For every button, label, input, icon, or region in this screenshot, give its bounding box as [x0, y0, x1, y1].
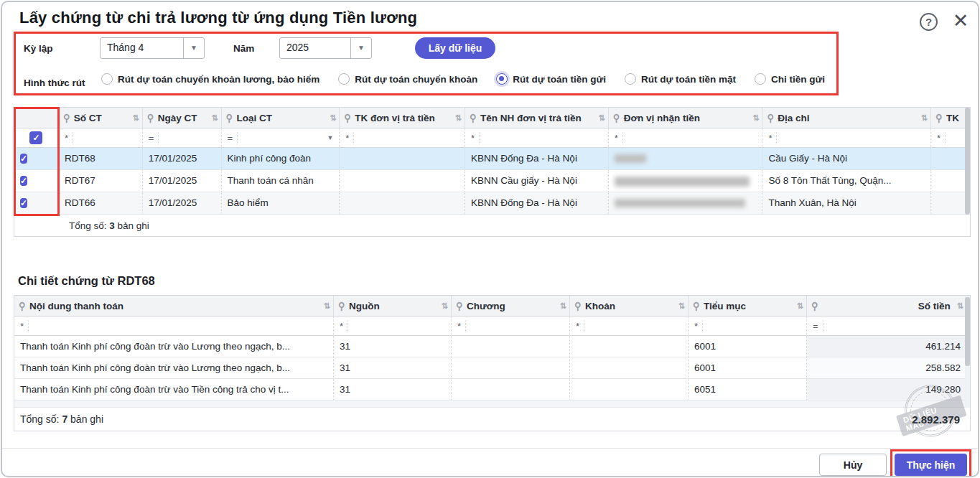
- filter-area: Kỳ lập Tháng 4 ▼ Năm 2025 ▼ Lấy dữ liệu …: [14, 32, 839, 95]
- row-checkbox[interactable]: ✓: [20, 154, 27, 164]
- withdraw-type-radios: Rút dự toán chuyển khoản lương, bảo hiểm…: [101, 73, 825, 85]
- col-noi-dung[interactable]: ⚲Nội dung thanh toán⇅: [14, 296, 334, 316]
- pin-icon[interactable]: ⚲: [935, 112, 943, 123]
- cancel-button[interactable]: Hủy: [819, 454, 887, 476]
- filter-tieu-muc-input[interactable]: [703, 317, 806, 335]
- col-chuong[interactable]: ⚲Chương⇅: [452, 296, 570, 316]
- sort-icon[interactable]: ⇅: [599, 113, 605, 123]
- sort-icon[interactable]: ⇅: [133, 113, 139, 123]
- sort-icon[interactable]: ⇅: [752, 113, 759, 123]
- radio-rut-du-toan-tien-mat[interactable]: Rút dự toán tiền mặt: [625, 73, 736, 85]
- close-icon[interactable]: ✕: [950, 10, 971, 32]
- sort-icon[interactable]: ⇅: [211, 113, 218, 123]
- row-checkbox[interactable]: ✓: [20, 198, 27, 208]
- record-count: 7: [62, 413, 67, 425]
- filter-khoan-input[interactable]: [584, 317, 688, 335]
- radio-selected-icon[interactable]: [496, 73, 508, 85]
- chevron-down-icon[interactable]: ▼: [327, 134, 339, 141]
- pin-icon[interactable]: ⚲: [693, 300, 700, 311]
- table-row[interactable]: ✓ RDT68 17/01/2025 Kinh phí công đoàn KB…: [14, 148, 970, 170]
- pin-icon[interactable]: ⚲: [338, 300, 345, 311]
- sort-icon[interactable]: ⇅: [797, 301, 803, 311]
- detail-table-filter-row: * * * * * =: [14, 317, 970, 336]
- radio-rut-du-toan-ck-luong-bao-hiem[interactable]: Rút dự toán chuyển khoản lương, bảo hiểm: [101, 73, 319, 85]
- radio-rut-du-toan-tien-gui[interactable]: Rút dự toán tiền gửi: [496, 73, 606, 85]
- help-icon[interactable]: ?: [920, 13, 938, 31]
- col-khoan[interactable]: ⚲Khoản⇅: [570, 296, 689, 316]
- chevron-down-icon[interactable]: ▼: [350, 38, 371, 58]
- filter-nguon-input[interactable]: [348, 317, 451, 335]
- radio-icon[interactable]: [101, 73, 113, 85]
- sort-icon[interactable]: ⇅: [455, 113, 462, 123]
- pin-icon[interactable]: ⚲: [226, 112, 233, 123]
- scrollbar-thumb[interactable]: [965, 108, 970, 215]
- sort-icon[interactable]: ⇅: [330, 113, 336, 123]
- select-all-checkbox-cell: ✓: [14, 128, 59, 147]
- col-dia-chi[interactable]: ⚲Địa chỉ⇅: [762, 108, 931, 128]
- col-nguon[interactable]: ⚲Nguồn⇅: [334, 296, 452, 316]
- radio-icon[interactable]: [625, 73, 636, 85]
- detail-table: ⚲Nội dung thanh toán⇅ ⚲Nguồn⇅ ⚲Chương⇅ ⚲…: [14, 295, 971, 431]
- filter-noi-dung-input[interactable]: [29, 317, 333, 335]
- documents-table-header: ⚲Số CT⇅ ⚲Ngày CT⇅ ⚲Loại CT⇅ ⚲TK đơn vị t…: [14, 108, 970, 128]
- redacted-cell: [609, 170, 763, 192]
- select-all-checkbox[interactable]: ✓: [29, 131, 42, 144]
- radio-chi-tien-gui[interactable]: Chi tiền gửi: [755, 73, 825, 85]
- pin-icon[interactable]: ⚲: [344, 112, 351, 123]
- col-so-tien[interactable]: ⚲Số tiền⇅: [807, 296, 966, 316]
- year-dropdown[interactable]: 2025 ▼: [279, 37, 372, 59]
- filter-so-tien-input[interactable]: [823, 317, 966, 335]
- year-label: Năm: [233, 43, 254, 54]
- col-ten-nh-don-vi-tra-tien[interactable]: ⚲Tên NH đơn vị trả tiền⇅: [465, 108, 609, 128]
- redacted-cell: [609, 192, 763, 214]
- sort-icon[interactable]: ⇅: [678, 301, 685, 311]
- col-don-vi-nhan-tien[interactable]: ⚲Đơn vị nhận tiền⇅: [609, 108, 763, 128]
- year-value: 2025: [280, 38, 350, 58]
- filter-so-ct-input[interactable]: [73, 128, 142, 147]
- scrollbar-thumb[interactable]: [965, 297, 970, 366]
- scrollbar-track[interactable]: [965, 296, 970, 408]
- sort-icon[interactable]: ⇅: [324, 301, 330, 311]
- period-label: Kỳ lập: [24, 43, 53, 54]
- pin-icon[interactable]: ⚲: [574, 300, 582, 311]
- filter-loai-ct-input[interactable]: [238, 128, 327, 147]
- col-loai-ct[interactable]: ⚲Loại CT⇅: [222, 108, 340, 128]
- pin-icon[interactable]: ⚲: [147, 112, 154, 123]
- table-row[interactable]: Thanh toán Kinh phí công đoàn trừ vào Lư…: [14, 357, 970, 379]
- row-checkbox[interactable]: ✓: [20, 176, 27, 186]
- table-row[interactable]: Thanh toán Kinh phí công đoàn trừ vào Lư…: [14, 336, 970, 357]
- pin-icon[interactable]: ⚲: [811, 300, 818, 311]
- filter-ten-nh-input[interactable]: [480, 128, 608, 147]
- chevron-down-icon[interactable]: ▼: [183, 38, 204, 58]
- pin-icon[interactable]: ⚲: [19, 300, 26, 311]
- filter-chuong-input[interactable]: [466, 317, 569, 335]
- radio-icon[interactable]: [338, 73, 350, 85]
- pin-icon[interactable]: ⚲: [613, 112, 620, 123]
- period-dropdown[interactable]: Tháng 4 ▼: [100, 37, 205, 59]
- table-row[interactable]: ✓ RDT67 17/01/2025 Thanh toán cá nhân KB…: [14, 170, 970, 192]
- pin-icon[interactable]: ⚲: [767, 112, 774, 123]
- sort-icon[interactable]: ⇅: [560, 301, 566, 311]
- pin-icon[interactable]: ⚲: [63, 112, 70, 123]
- radio-rut-du-toan-chuyen-khoan[interactable]: Rút dự toán chuyển khoản: [338, 73, 477, 85]
- pin-icon[interactable]: ⚲: [456, 300, 463, 311]
- sort-icon[interactable]: ⇅: [957, 301, 963, 311]
- execute-button[interactable]: Thực hiện: [895, 454, 967, 476]
- col-so-ct[interactable]: ⚲Số CT⇅: [59, 108, 143, 128]
- col-tk-don-vi-tra-tien[interactable]: ⚲TK đơn vị trả tiền⇅: [340, 108, 465, 128]
- get-data-button[interactable]: Lấy dữ liệu: [415, 37, 495, 59]
- sort-icon[interactable]: ⇅: [442, 301, 448, 311]
- scrollbar-track[interactable]: [965, 108, 970, 215]
- table-row[interactable]: ✓ RDT66 17/01/2025 Bảo hiểm KBNN Đống Đa…: [14, 192, 970, 215]
- radio-icon[interactable]: [755, 73, 766, 85]
- sort-icon[interactable]: ⇅: [921, 113, 928, 123]
- col-tieu-muc[interactable]: ⚲Tiểu mục⇅: [689, 296, 807, 316]
- filter-dia-chi-input[interactable]: [777, 128, 930, 147]
- filter-tk-tra-input[interactable]: [354, 128, 465, 147]
- filter-don-vi-nhan-input[interactable]: [623, 128, 762, 147]
- table-row[interactable]: Thanh toán Kinh phí công đoàn trừ vào Ti…: [14, 379, 970, 400]
- col-tk-nhan[interactable]: ⚲TK: [931, 108, 970, 128]
- col-ngay-ct[interactable]: ⚲Ngày CT⇅: [143, 108, 222, 128]
- pin-icon[interactable]: ⚲: [470, 112, 477, 123]
- filter-ngay-ct-input[interactable]: [159, 128, 220, 147]
